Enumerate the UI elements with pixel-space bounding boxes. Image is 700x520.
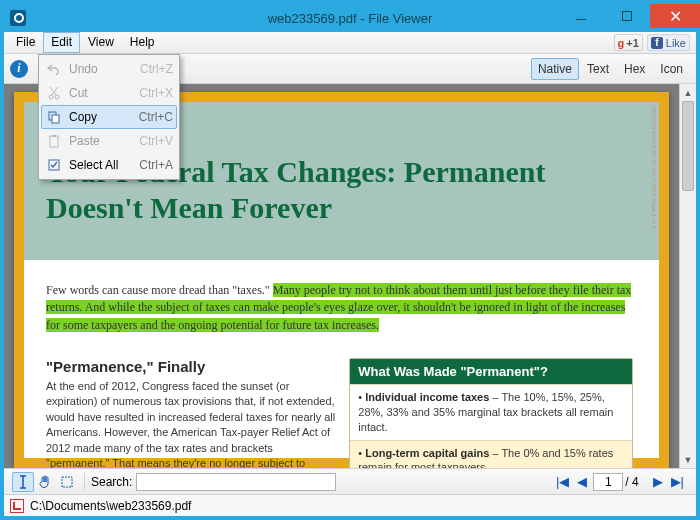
search-input[interactable] — [136, 473, 336, 491]
prev-page-button[interactable]: ◀ — [573, 474, 591, 489]
google-plus-button[interactable]: g +1 — [614, 34, 643, 51]
left-heading: "Permanence," Finally — [46, 358, 335, 375]
panel-row: • Individual income taxes – The 10%, 15%… — [350, 384, 632, 440]
vertical-scrollbar[interactable]: ▲ ▼ — [679, 84, 696, 468]
edit-select-all[interactable]: Select All Ctrl+A — [41, 153, 177, 177]
pdf-icon — [10, 499, 24, 513]
minimize-button[interactable] — [558, 4, 604, 28]
app-icon — [10, 10, 26, 26]
scroll-thumb[interactable] — [682, 101, 694, 191]
text-select-tool[interactable] — [12, 472, 34, 492]
facebook-icon: f — [651, 37, 663, 49]
scroll-up-button[interactable]: ▲ — [680, 84, 696, 101]
right-column: What Was Made "Permanent"? • Individual … — [349, 358, 633, 458]
next-page-button[interactable]: ▶ — [649, 474, 667, 489]
cut-icon — [45, 86, 63, 100]
current-page-input[interactable] — [593, 473, 623, 491]
viewmode-hex[interactable]: Hex — [617, 58, 652, 80]
svg-rect-7 — [62, 477, 72, 487]
left-column: "Permanence," Finally At the end of 2012… — [46, 358, 335, 458]
edit-cut[interactable]: Cut Ctrl+X — [41, 81, 177, 105]
titlebar: web233569.pdf - File Viewer ✕ — [4, 4, 696, 32]
menu-edit[interactable]: Edit — [43, 32, 80, 53]
gplus-g-icon: g — [618, 37, 625, 49]
marquee-tool[interactable] — [56, 472, 78, 492]
edit-dropdown: Undo Ctrl+Z Cut Ctrl+X Copy Ctrl+C Paste… — [38, 54, 180, 180]
svg-rect-3 — [52, 115, 59, 123]
maximize-button[interactable] — [604, 4, 650, 28]
menubar: File Edit View Help g +1 f Like — [4, 32, 696, 54]
edit-paste[interactable]: Paste Ctrl+V — [41, 129, 177, 153]
last-page-button[interactable]: ▶| — [667, 474, 688, 489]
permanent-panel: What Was Made "Permanent"? • Individual … — [349, 358, 633, 468]
left-body: At the end of 2012, Congress faced the s… — [46, 379, 335, 468]
window-title: web233569.pdf - File Viewer — [268, 11, 433, 26]
svg-rect-4 — [50, 136, 58, 147]
intro-paragraph: Few words can cause more dread than "tax… — [46, 282, 633, 334]
scroll-track[interactable] — [680, 101, 696, 451]
panel-heading: What Was Made "Permanent"? — [350, 359, 632, 384]
menu-view[interactable]: View — [80, 32, 122, 53]
copy-icon — [45, 110, 63, 124]
status-bar: C:\Documents\web233569.pdf — [4, 494, 696, 516]
file-path-label: C:\Documents\web233569.pdf — [30, 499, 191, 513]
total-pages-label: / 4 — [625, 475, 638, 489]
scroll-down-button[interactable]: ▼ — [680, 451, 696, 468]
first-page-button[interactable]: |◀ — [552, 474, 573, 489]
viewmode-icon[interactable]: Icon — [653, 58, 690, 80]
hand-tool[interactable] — [34, 472, 56, 492]
facebook-like-button[interactable]: f Like — [647, 34, 690, 51]
svg-rect-5 — [52, 135, 56, 137]
svg-point-1 — [55, 95, 59, 99]
side-vertical-text: RES-0014D-A EXP 31 JULY 2014 Page 1 of 4 — [647, 106, 657, 229]
edit-copy[interactable]: Copy Ctrl+C — [41, 105, 177, 129]
close-button[interactable]: ✕ — [650, 4, 700, 28]
page-nav-bar: Search: |◀ ◀ / 4 ▶ ▶| — [4, 468, 696, 494]
menu-help[interactable]: Help — [122, 32, 163, 53]
panel-row: • Long-term capital gains – The 0% and 1… — [350, 440, 632, 468]
viewmode-text[interactable]: Text — [580, 58, 616, 80]
edit-undo[interactable]: Undo Ctrl+Z — [41, 57, 177, 81]
selectall-icon — [45, 158, 63, 172]
info-icon[interactable]: i — [10, 60, 28, 78]
paste-icon — [45, 134, 63, 148]
menu-file[interactable]: File — [8, 32, 43, 53]
svg-point-0 — [49, 95, 53, 99]
search-label: Search: — [91, 475, 132, 489]
undo-icon — [45, 62, 63, 76]
viewmode-native[interactable]: Native — [531, 58, 579, 80]
